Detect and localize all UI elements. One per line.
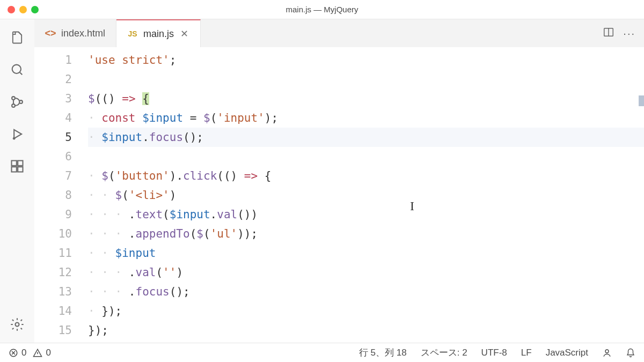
line-number: 14 <box>34 301 72 321</box>
minimize-window-button[interactable] <box>19 6 27 13</box>
line-number: 2 <box>34 70 72 89</box>
line-number: 8 <box>34 186 72 205</box>
activity-bar <box>0 19 34 343</box>
svg-point-4 <box>13 137 16 140</box>
editor-actions: ··· <box>603 19 644 47</box>
tab-main-js[interactable]: JS main.js ✕ <box>116 19 201 47</box>
search-icon[interactable] <box>9 61 26 78</box>
error-count-icon <box>9 348 18 358</box>
cursor-position[interactable]: 行 5、列 18 <box>359 346 407 359</box>
code-line[interactable]: · const $input = $('input'); <box>88 108 644 128</box>
feedback-icon[interactable] <box>602 348 612 358</box>
titlebar: main.js — MyjQuery <box>0 0 644 19</box>
svg-point-2 <box>12 104 15 107</box>
code-line[interactable]: · · · .appendTo($('ul')); <box>88 224 644 243</box>
indentation-setting[interactable]: スペース: 2 <box>421 346 467 359</box>
code-line[interactable]: · $input.focus(); <box>88 128 644 147</box>
code-line[interactable]: · · · .val('') <box>88 263 644 282</box>
line-number: 3 <box>34 89 72 108</box>
html-file-icon: <> <box>45 28 56 39</box>
close-tab-icon[interactable]: ✕ <box>179 28 189 40</box>
line-number: 11 <box>34 243 72 263</box>
minimap-indicator[interactable] <box>639 95 644 106</box>
svg-rect-6 <box>12 167 17 172</box>
close-window-button[interactable] <box>8 6 15 13</box>
status-bar: 0 0 行 5、列 18 スペース: 2 UTF-8 LF JavaScript <box>0 343 644 362</box>
line-number: 1 <box>34 50 72 70</box>
tab-label: index.html <box>61 28 105 39</box>
window-title: main.js — MyjQuery <box>286 5 358 14</box>
line-number: 4 <box>34 108 72 128</box>
extensions-icon[interactable] <box>9 158 26 175</box>
code-line[interactable]: · · $('<li>') <box>88 186 644 205</box>
line-number-gutter: 123456789101112131415 <box>34 47 88 343</box>
svg-rect-7 <box>18 167 23 172</box>
line-number: 5 <box>34 128 72 147</box>
line-number: 15 <box>34 321 72 340</box>
svg-point-1 <box>12 97 15 100</box>
code-line[interactable]: 'use strict'; <box>88 50 644 70</box>
svg-point-0 <box>12 65 21 73</box>
svg-point-12 <box>605 350 609 353</box>
language-mode[interactable]: JavaScript <box>546 348 588 358</box>
line-number: 6 <box>34 147 72 166</box>
svg-rect-8 <box>18 161 23 166</box>
text-cursor-icon: I <box>410 196 414 216</box>
svg-point-9 <box>16 323 19 327</box>
code-line[interactable]: }); <box>88 321 644 340</box>
tab-index-html[interactable]: <> index.html <box>34 19 116 47</box>
code-line[interactable]: · · · .text($input.val()) <box>88 205 644 224</box>
settings-gear-icon[interactable] <box>9 316 26 333</box>
warning-count: 0 <box>46 348 50 358</box>
code-line[interactable]: · }); <box>88 301 644 321</box>
encoding-setting[interactable]: UTF-8 <box>481 348 507 358</box>
line-number: 9 <box>34 205 72 224</box>
eol-setting[interactable]: LF <box>521 348 532 358</box>
line-number: 7 <box>34 166 72 186</box>
traffic-lights <box>8 6 39 13</box>
code-editor[interactable]: 123456789101112131415 'use strict';$(() … <box>34 47 644 343</box>
tab-label: main.js <box>143 28 174 40</box>
code-line[interactable]: · $('button').click(() => { <box>88 166 644 186</box>
maximize-window-button[interactable] <box>31 6 39 13</box>
editor-region: <> index.html JS main.js ✕ ··· 123456789… <box>34 19 644 343</box>
code-line[interactable]: $(() => { <box>88 89 644 108</box>
notifications-bell-icon[interactable] <box>626 348 635 358</box>
tab-bar: <> index.html JS main.js ✕ ··· <box>34 19 644 47</box>
status-problems[interactable]: 0 0 <box>9 348 51 358</box>
split-editor-icon[interactable] <box>603 26 614 40</box>
svg-rect-5 <box>12 161 17 166</box>
code-line[interactable] <box>88 70 644 89</box>
code-line[interactable]: · · · .focus(); <box>88 282 644 301</box>
line-number: 10 <box>34 224 72 243</box>
code-content[interactable]: 'use strict';$(() => {· const $input = $… <box>88 47 644 343</box>
line-number: 13 <box>34 282 72 301</box>
explorer-icon[interactable] <box>9 29 26 46</box>
main-layout: <> index.html JS main.js ✕ ··· 123456789… <box>0 19 644 343</box>
code-line[interactable]: · · $input <box>88 243 644 263</box>
source-control-icon[interactable] <box>9 93 26 110</box>
error-count: 0 <box>21 348 26 358</box>
more-actions-icon[interactable]: ··· <box>623 27 635 40</box>
js-file-icon: JS <box>127 28 138 39</box>
run-debug-icon[interactable] <box>9 125 26 143</box>
warning-count-icon <box>33 348 42 358</box>
code-line[interactable] <box>88 147 644 166</box>
line-number: 12 <box>34 263 72 282</box>
